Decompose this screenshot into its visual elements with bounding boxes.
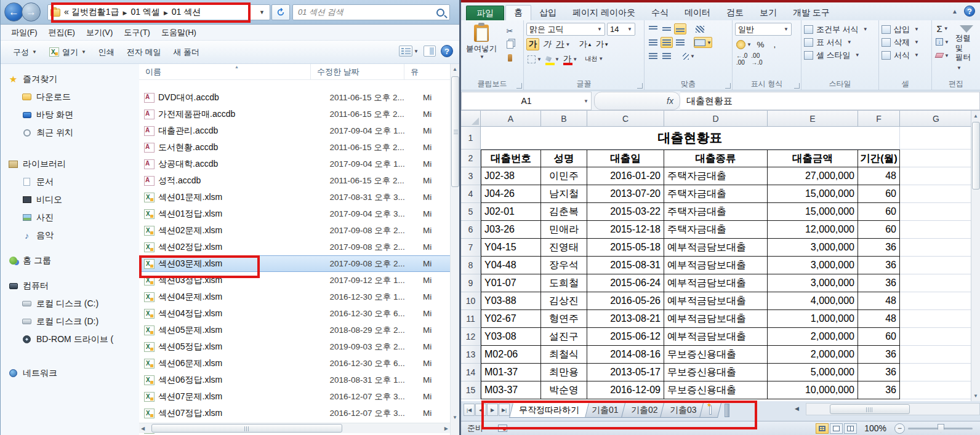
row-header-3[interactable]: 3 [461, 167, 481, 185]
column-header-name[interactable]: 이름▲ [139, 64, 311, 79]
cell-data[interactable]: 3,000,000 [768, 239, 858, 257]
toolbar-button-새폴더[interactable]: 새 폴더 [167, 43, 206, 62]
delete-cells-button[interactable]: 삭제▼ [882, 36, 929, 49]
cell-data[interactable]: 무보증신용대출 [664, 381, 768, 399]
cell-data[interactable]: 2014-08-16 [587, 346, 664, 364]
cell-empty[interactable] [900, 364, 973, 381]
row-header-10[interactable]: 10 [461, 292, 481, 310]
normal-view-button[interactable] [816, 423, 829, 434]
column-header-C[interactable]: C [587, 111, 664, 127]
cell-data[interactable]: 36 [858, 257, 900, 274]
scroll-up-icon[interactable]: ▲ [452, 66, 457, 72]
sidebar-item-star[interactable]: ★즐겨찾기 [1, 70, 139, 88]
cell-empty[interactable] [900, 127, 973, 150]
cell-data[interactable]: 형연주 [541, 310, 587, 328]
cell-data[interactable]: 도희철 [541, 274, 587, 292]
cell-data[interactable]: 주택자금대출 [664, 185, 768, 203]
file-row[interactable]: 섹션02정답.xlsm2017-09-08 오후 2...Mi [139, 239, 450, 255]
cell-data[interactable]: Y01-07 [481, 274, 541, 292]
cell-data[interactable]: 27,000,000 [768, 167, 858, 185]
cell-empty[interactable] [900, 150, 973, 167]
scroll-down-icon[interactable]: ▼ [452, 415, 457, 420]
zoom-out-button[interactable]: − [894, 423, 905, 434]
fill-color-button[interactable]: ▼ [544, 53, 561, 65]
column-header-A[interactable]: A [481, 111, 541, 127]
file-row[interactable]: 대출관리.accdb2017-09-04 오후 1...Mi [139, 122, 450, 139]
cell-data[interactable]: 이민주 [541, 167, 587, 185]
scroll-left-icon[interactable]: ◀ [141, 426, 145, 431]
format-cells-button[interactable]: 서식▼ [882, 49, 929, 62]
cell-data[interactable]: 예부적금담보대출 [664, 310, 768, 328]
cell-data[interactable]: J04-26 [481, 185, 541, 203]
decrease-indent-button[interactable] [647, 50, 659, 62]
forward-button[interactable]: → [22, 2, 41, 22]
cell-data[interactable]: 48 [858, 310, 900, 328]
cell-data[interactable]: 1,000,000 [768, 310, 858, 328]
cell-data[interactable]: 3,000,000 [768, 274, 858, 292]
row-header-7[interactable]: 7 [461, 239, 481, 257]
row-header-6[interactable]: 6 [461, 221, 481, 239]
cell-header[interactable]: 성명 [541, 150, 587, 167]
cut-button[interactable]: ✂ [503, 25, 516, 36]
excel-horizontal-scrollbar[interactable] [806, 403, 980, 415]
file-row[interactable]: DVD대여.accdb2011-06-15 오후 2...Mi [139, 89, 450, 106]
align-left-button[interactable] [647, 37, 659, 48]
fill-button[interactable]: ↓▼ [936, 36, 949, 47]
align-top-button[interactable] [647, 23, 659, 34]
sidebar-item-network[interactable]: 네트워크 [1, 364, 139, 382]
cell-data[interactable]: M03-37 [481, 381, 541, 399]
cell-data[interactable]: 15,000,000 [768, 185, 858, 203]
conditional-formatting-button[interactable]: 조건부 서식▼ [804, 23, 876, 36]
cell-data[interactable]: 2016-12-09 [587, 381, 664, 399]
file-row[interactable]: 섹션05문제.xlsm2018-08-29 오후 2...Mi [139, 322, 450, 338]
cell-empty[interactable] [900, 381, 973, 399]
menu-item[interactable]: 파일(F) [6, 25, 43, 40]
menu-item[interactable]: 보기(V) [81, 25, 118, 40]
change-view-button[interactable]: ▼ [399, 46, 419, 57]
row-header-4[interactable]: 4 [461, 185, 481, 203]
excel-hscroll-left-icon[interactable]: ◀ [795, 405, 799, 412]
align-middle-button[interactable] [661, 23, 673, 34]
cell-data[interactable]: 2013-08-21 [587, 310, 664, 328]
address-dropdown-icon[interactable]: ▼ [257, 9, 267, 15]
row-header-5[interactable]: 5 [461, 203, 481, 221]
cell-data[interactable]: Y03-08 [481, 328, 541, 346]
bold-button[interactable]: 가 [526, 38, 539, 50]
file-row[interactable]: 섹션05정답.xlsm2019-09-03 오후 2...Mi [139, 338, 450, 355]
ribbon-tab-홈[interactable]: 홈 [505, 5, 531, 20]
ribbon-tab-페이지레이아웃[interactable]: 페이지 레이아웃 [564, 5, 643, 20]
number-format-select[interactable]: 일반▼ [735, 23, 792, 36]
name-box[interactable]: A1▼ [461, 92, 592, 110]
decrease-font-button[interactable]: 가▼ [595, 38, 610, 50]
cell-data[interactable]: 2,000,000 [768, 346, 858, 364]
cell-data[interactable]: Y04-48 [481, 257, 541, 274]
cell-data[interactable]: 남지철 [541, 185, 587, 203]
cell-data[interactable]: 무보증신용대출 [664, 346, 768, 364]
cell-data[interactable]: 2,000,000 [768, 328, 858, 346]
cell-data[interactable]: 2015-12-18 [587, 221, 664, 239]
refresh-button[interactable] [271, 4, 290, 20]
cell-empty[interactable] [900, 257, 973, 274]
column-header-D[interactable]: D [664, 111, 768, 127]
cell-data[interactable]: 예부적금담보대출 [664, 328, 768, 346]
row-header-11[interactable]: 11 [461, 310, 481, 328]
sidebar-item-disk[interactable]: 로컬 디스크 (C:) [1, 295, 139, 313]
increase-decimal-button[interactable]: ←.0.00 [735, 53, 749, 65]
cell-data[interactable]: 예부적금담보대출 [664, 292, 768, 310]
file-row[interactable]: 성적.accdb2011-06-15 오후 2...Mi [139, 172, 450, 189]
cell-header[interactable]: 기간(월) [858, 150, 900, 167]
cell-data[interactable]: 36 [858, 346, 900, 364]
ribbon-tab-데이터[interactable]: 데이터 [677, 5, 718, 20]
toolbar-button-열기[interactable]: 열기▼ [43, 43, 92, 62]
cell-data[interactable]: 4,000,000 [768, 292, 858, 310]
file-row[interactable]: 상공대학.accdb2017-09-04 오후 1...Mi [139, 156, 450, 172]
first-sheet-button[interactable]: |◀ [464, 404, 475, 416]
cell-data[interactable]: 예부적금담보대출 [664, 239, 768, 257]
cell-empty[interactable] [900, 221, 973, 239]
search-box[interactable]: 01 섹션 검색 [292, 4, 450, 20]
excel-help-button[interactable]: ? [964, 6, 975, 17]
file-row[interactable]: 섹션06정답.xlsm2018-08-31 오후 1...Mi [139, 372, 450, 388]
page-layout-view-button[interactable] [830, 423, 843, 434]
cell-data[interactable]: Y03-88 [481, 292, 541, 310]
comma-format-button[interactable]: , [768, 38, 781, 50]
